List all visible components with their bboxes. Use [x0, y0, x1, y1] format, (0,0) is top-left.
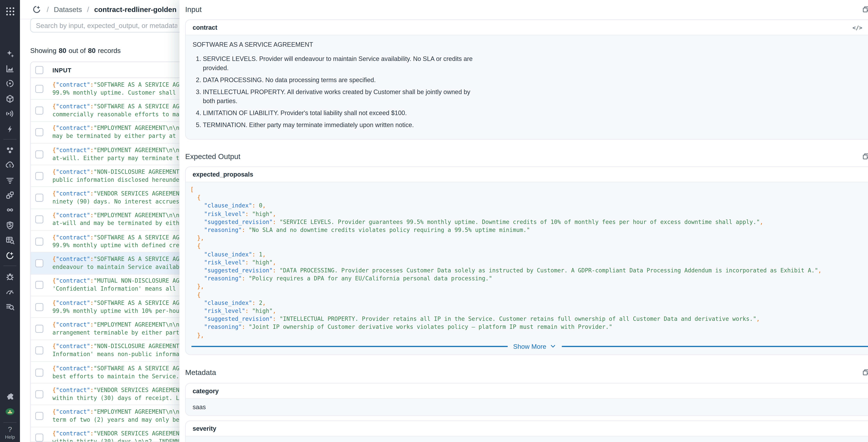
row-checkbox[interactable]	[35, 106, 43, 115]
dataset-row[interactable]: {"contract":"SOFTWARE AS A SERVICE AGR99…	[31, 78, 197, 100]
copy-icon[interactable]	[862, 5, 868, 13]
divider-line	[191, 346, 507, 347]
code-view-icon[interactable]: </>	[852, 24, 862, 30]
contract-field-header[interactable]: contract </>	[186, 20, 868, 35]
dataset-row[interactable]: {"contract":"VENDOR SERVICES AGREEMENTni…	[31, 187, 197, 209]
dataset-row[interactable]: {"contract":"VENDOR SERVICES AGREEMENTwi…	[31, 427, 197, 442]
monitoring-icon[interactable]	[3, 63, 17, 75]
row-json-preview: {"contract":"SOFTWARE AS A SERVICE AGRco…	[53, 103, 185, 119]
filters-icon[interactable]	[3, 174, 17, 186]
integrations-icon[interactable]	[3, 390, 17, 403]
row-json-preview: {"contract":"EMPLOYMENT AGREEMENT\n\n1ma…	[53, 124, 185, 140]
dataset-row[interactable]: {"contract":"EMPLOYMENT AGREEMENT\n\n1ma…	[31, 122, 197, 144]
dataset-row[interactable]: {"contract":"EMPLOYMENT AGREEMENT\n\n1te…	[31, 405, 197, 427]
dataset-row[interactable]: {"contract":"NON-DISCLOSURE AGREEMENT\In…	[31, 340, 197, 362]
row-checkbox[interactable]	[35, 281, 43, 289]
expected-proposals-json: [ { "clause_index": 0, "risk_level": "hi…	[186, 182, 868, 342]
table-header-row: INPUT	[31, 62, 197, 78]
breadcrumb-separator: /	[47, 5, 49, 13]
contract-clauses-list: SERVICE LEVELS. Provider will endeavour …	[192, 54, 868, 129]
playground-icon[interactable]	[3, 249, 17, 262]
contract-field-card: contract </> SOFTWARE AS A SERVICE AGREE…	[185, 20, 868, 140]
row-json-preview: {"contract":"MUTUAL NON-DISCLOSURE AGR'C…	[53, 277, 185, 293]
dataset-row[interactable]: {"contract":"SOFTWARE AS A SERVICE AGRco…	[31, 100, 197, 122]
metadata-category-card: category saas	[185, 383, 868, 416]
dataset-row[interactable]: {"contract":"SOFTWARE AS A SERVICE AGR99…	[31, 296, 197, 318]
dataset-row[interactable]: {"contract":"SOFTWARE AS A SERVICE AGRbe…	[31, 362, 197, 384]
experiments-icon[interactable]	[3, 301, 17, 313]
dataset-row[interactable]: {"contract":"SOFTWARE AS A SERVICE AGR99…	[31, 231, 197, 253]
blocks-icon[interactable]	[3, 144, 17, 156]
row-checkbox[interactable]	[35, 128, 43, 136]
dataset-row[interactable]: {"contract":"NON-DISCLOSURE AGREEMENT\pu…	[31, 165, 197, 187]
row-json-preview: {"contract":"EMPLOYMENT AGREEMENT\n\n1at…	[53, 212, 185, 228]
row-json-preview: {"contract":"EMPLOYMENT AGREEMENT\n\n1te…	[53, 408, 185, 424]
broadcast-icon[interactable]	[3, 107, 17, 120]
metadata-severity-card: severity high	[185, 420, 868, 442]
row-checkbox[interactable]	[35, 150, 43, 158]
dataset-row[interactable]: {"contract":"VENDOR SERVICES AGREEMENTwi…	[31, 383, 197, 405]
row-checkbox[interactable]	[35, 390, 43, 398]
chains-icon[interactable]	[3, 204, 17, 217]
row-checkbox[interactable]	[35, 259, 43, 267]
breadcrumb-datasets-link[interactable]: Datasets	[54, 5, 82, 13]
select-all-checkbox[interactable]	[35, 66, 43, 74]
dataset-row[interactable]: {"contract":"EMPLOYMENT AGREEMENT\n\n1ar…	[31, 318, 197, 340]
dataset-row[interactable]: {"contract":"EMPLOYMENT AGREEMENT\n\n1at…	[31, 144, 197, 165]
dataset-row[interactable]: {"contract":"EMPLOYMENT AGREEMENT\n\n1at…	[31, 209, 197, 231]
dataset-row[interactable]: {"contract":"SOFTWARE AS A SERVICE AGRen…	[31, 253, 197, 275]
search-input[interactable]	[30, 18, 183, 32]
category-field-value: saas	[186, 399, 868, 415]
chevron-down-icon	[550, 343, 556, 349]
row-checkbox[interactable]	[35, 303, 43, 311]
record-detail-panel: Input contract </> SOFTWARE AS A SERVICE…	[180, 0, 868, 442]
row-checkbox[interactable]	[35, 369, 43, 376]
projects-icon[interactable]	[3, 93, 17, 105]
marketplace-icon[interactable]	[3, 406, 17, 418]
bug-testing-icon[interactable]	[3, 270, 17, 283]
severity-field-value: high	[186, 437, 868, 442]
row-checkbox[interactable]	[35, 172, 43, 180]
contract-field-label: contract	[192, 24, 217, 31]
shield-icon[interactable]	[3, 219, 17, 231]
contract-doc-title: SOFTWARE AS A SERVICE AGREEMENT	[192, 41, 868, 48]
help-label: Help	[5, 434, 15, 440]
row-checkbox[interactable]	[35, 194, 43, 202]
help-icon[interactable]: ?	[8, 425, 12, 433]
expected-proposals-header[interactable]: expected_proposals	[186, 167, 868, 183]
apps-grid-icon[interactable]	[3, 5, 17, 18]
annotation-queues-icon[interactable]	[3, 234, 17, 247]
record-count-status: Showing80out of80records	[30, 47, 121, 55]
show-more-button[interactable]: Show More	[513, 343, 556, 350]
contract-clause: DATA PROCESSING. No data processing term…	[203, 75, 475, 84]
metadata-section-title: Metadata	[185, 368, 216, 377]
row-checkbox[interactable]	[35, 347, 43, 354]
severity-field-header[interactable]: severity	[186, 421, 868, 437]
copy-icon[interactable]	[862, 369, 868, 376]
dataset-row[interactable]: {"contract":"MUTUAL NON-DISCLOSURE AGR'C…	[31, 275, 197, 296]
row-json-preview: {"contract":"VENDOR SERVICES AGREEMENTwi…	[53, 386, 185, 402]
automations-icon[interactable]	[3, 123, 17, 135]
dashboards-icon[interactable]	[3, 285, 17, 298]
breadcrumb-separator: /	[87, 5, 89, 13]
row-checkbox[interactable]	[35, 216, 43, 224]
copy-icon[interactable]	[862, 152, 868, 160]
row-json-preview: {"contract":"SOFTWARE AS A SERVICE AGRbe…	[53, 365, 185, 380]
row-checkbox[interactable]	[35, 238, 43, 246]
severity-field-label: severity	[192, 425, 216, 432]
row-json-preview: {"contract":"SOFTWARE AS A SERVICE AGR99…	[53, 233, 185, 250]
row-checkbox[interactable]	[35, 412, 43, 420]
traces-icon[interactable]	[3, 77, 17, 90]
canvas-icon[interactable]	[3, 189, 17, 201]
playground-compass-icon[interactable]	[32, 4, 42, 14]
category-field-label: category	[192, 387, 219, 394]
divider-line	[562, 346, 868, 347]
row-checkbox[interactable]	[35, 434, 43, 442]
sparkles-icon[interactable]	[3, 48, 17, 60]
row-checkbox[interactable]	[35, 325, 43, 333]
row-checkbox[interactable]	[35, 85, 43, 93]
row-json-preview: {"contract":"NON-DISCLOSURE AGREEMENT\pu…	[53, 168, 185, 184]
category-field-header[interactable]: category	[186, 383, 868, 399]
cloud-cost-icon[interactable]: $	[3, 159, 17, 171]
show-more-divider: Show More	[186, 342, 868, 354]
